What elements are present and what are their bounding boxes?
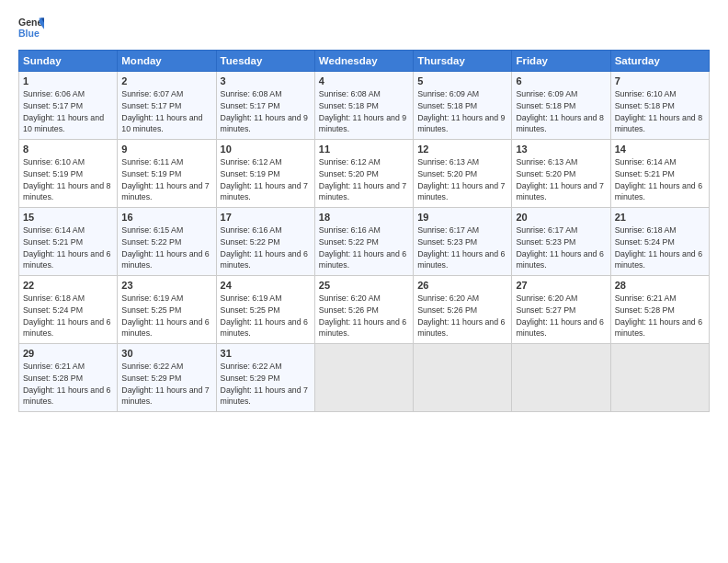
day-number: 28 [615, 280, 705, 291]
page: General Blue SundayMondayTuesdayWednesda… [0, 0, 728, 563]
weekday-header: Monday [118, 51, 216, 72]
day-info: Sunrise: 6:12 AMSunset: 5:20 PMDaylight:… [319, 156, 409, 203]
calendar-body: 1Sunrise: 6:06 AMSunset: 5:17 PMDaylight… [19, 72, 710, 412]
calendar-cell: 16Sunrise: 6:15 AMSunset: 5:22 PMDayligh… [118, 208, 216, 276]
day-info: Sunrise: 6:16 AMSunset: 5:22 PMDaylight:… [221, 224, 311, 271]
calendar-cell: 31Sunrise: 6:22 AMSunset: 5:29 PMDayligh… [216, 344, 314, 412]
calendar-cell: 13Sunrise: 6:13 AMSunset: 5:20 PMDayligh… [512, 140, 610, 208]
day-number: 20 [516, 212, 606, 223]
calendar-week-row: 29Sunrise: 6:21 AMSunset: 5:28 PMDayligh… [19, 344, 710, 412]
calendar-cell [610, 344, 709, 412]
weekday-header: Thursday [414, 51, 512, 72]
day-info: Sunrise: 6:13 AMSunset: 5:20 PMDaylight:… [516, 156, 606, 203]
logo: General Blue [18, 15, 44, 40]
day-number: 27 [516, 280, 606, 291]
day-number: 12 [417, 144, 507, 155]
calendar-cell: 1Sunrise: 6:06 AMSunset: 5:17 PMDaylight… [19, 72, 118, 140]
day-info: Sunrise: 6:20 AMSunset: 5:26 PMDaylight:… [417, 293, 507, 339]
calendar-cell: 14Sunrise: 6:14 AMSunset: 5:21 PMDayligh… [610, 140, 709, 208]
day-info: Sunrise: 6:12 AMSunset: 5:19 PMDaylight:… [221, 156, 311, 203]
day-info: Sunrise: 6:14 AMSunset: 5:21 PMDaylight:… [23, 224, 113, 271]
calendar-week-row: 8Sunrise: 6:10 AMSunset: 5:19 PMDaylight… [19, 140, 710, 208]
day-info: Sunrise: 6:08 AMSunset: 5:17 PMDaylight:… [221, 88, 311, 135]
day-number: 19 [417, 212, 507, 223]
day-number: 15 [23, 212, 113, 223]
day-info: Sunrise: 6:14 AMSunset: 5:21 PMDaylight:… [615, 156, 705, 203]
logo-icon: General Blue [18, 15, 44, 40]
calendar-cell: 5Sunrise: 6:09 AMSunset: 5:18 PMDaylight… [414, 72, 512, 140]
day-number: 18 [319, 212, 409, 223]
day-info: Sunrise: 6:19 AMSunset: 5:25 PMDaylight:… [221, 293, 311, 339]
calendar-cell: 17Sunrise: 6:16 AMSunset: 5:22 PMDayligh… [216, 208, 314, 276]
calendar-cell: 19Sunrise: 6:17 AMSunset: 5:23 PMDayligh… [414, 208, 512, 276]
day-info: Sunrise: 6:15 AMSunset: 5:22 PMDaylight:… [121, 224, 211, 271]
calendar-cell: 21Sunrise: 6:18 AMSunset: 5:24 PMDayligh… [610, 208, 709, 276]
calendar-week-row: 15Sunrise: 6:14 AMSunset: 5:21 PMDayligh… [19, 208, 710, 276]
calendar-week-row: 1Sunrise: 6:06 AMSunset: 5:17 PMDaylight… [19, 72, 710, 140]
day-number: 11 [319, 144, 409, 155]
day-number: 6 [516, 75, 606, 86]
day-number: 17 [221, 212, 311, 223]
day-number: 2 [121, 75, 211, 86]
calendar-cell: 7Sunrise: 6:10 AMSunset: 5:18 PMDaylight… [610, 72, 709, 140]
weekday-header: Friday [512, 51, 610, 72]
weekday-header: Sunday [19, 51, 118, 72]
calendar-cell: 12Sunrise: 6:13 AMSunset: 5:20 PMDayligh… [414, 140, 512, 208]
svg-text:Blue: Blue [18, 28, 40, 39]
day-info: Sunrise: 6:20 AMSunset: 5:26 PMDaylight:… [319, 293, 409, 339]
calendar-cell: 30Sunrise: 6:22 AMSunset: 5:29 PMDayligh… [118, 344, 216, 412]
day-info: Sunrise: 6:18 AMSunset: 5:24 PMDaylight:… [615, 224, 705, 271]
calendar-cell: 3Sunrise: 6:08 AMSunset: 5:17 PMDaylight… [216, 72, 314, 140]
calendar-cell: 4Sunrise: 6:08 AMSunset: 5:18 PMDaylight… [314, 72, 413, 140]
day-number: 8 [23, 144, 113, 155]
day-number: 5 [417, 75, 507, 86]
day-info: Sunrise: 6:21 AMSunset: 5:28 PMDaylight:… [23, 361, 113, 408]
day-info: Sunrise: 6:09 AMSunset: 5:18 PMDaylight:… [516, 88, 606, 135]
day-number: 24 [221, 280, 311, 291]
day-number: 23 [121, 280, 211, 291]
calendar-week-row: 22Sunrise: 6:18 AMSunset: 5:24 PMDayligh… [19, 276, 710, 344]
calendar-cell: 28Sunrise: 6:21 AMSunset: 5:28 PMDayligh… [610, 276, 709, 344]
weekday-header: Wednesday [314, 51, 413, 72]
day-info: Sunrise: 6:07 AMSunset: 5:17 PMDaylight:… [121, 88, 211, 135]
header: General Blue [18, 15, 710, 40]
calendar-header: SundayMondayTuesdayWednesdayThursdayFrid… [19, 51, 710, 72]
day-number: 10 [221, 144, 311, 155]
calendar-table: SundayMondayTuesdayWednesdayThursdayFrid… [18, 50, 710, 412]
day-number: 1 [23, 75, 113, 86]
day-number: 25 [319, 280, 409, 291]
calendar-cell: 29Sunrise: 6:21 AMSunset: 5:28 PMDayligh… [19, 344, 118, 412]
day-number: 16 [121, 212, 211, 223]
day-info: Sunrise: 6:17 AMSunset: 5:23 PMDaylight:… [516, 224, 606, 271]
day-number: 29 [23, 348, 113, 359]
day-info: Sunrise: 6:17 AMSunset: 5:23 PMDaylight:… [417, 224, 507, 271]
calendar-cell: 18Sunrise: 6:16 AMSunset: 5:22 PMDayligh… [314, 208, 413, 276]
day-number: 14 [615, 144, 705, 155]
day-number: 13 [516, 144, 606, 155]
calendar-cell: 2Sunrise: 6:07 AMSunset: 5:17 PMDaylight… [118, 72, 216, 140]
day-number: 21 [615, 212, 705, 223]
calendar-cell: 20Sunrise: 6:17 AMSunset: 5:23 PMDayligh… [512, 208, 610, 276]
day-info: Sunrise: 6:06 AMSunset: 5:17 PMDaylight:… [23, 88, 113, 135]
weekday-header: Tuesday [216, 51, 314, 72]
calendar-cell [414, 344, 512, 412]
day-number: 30 [121, 348, 211, 359]
calendar-cell: 25Sunrise: 6:20 AMSunset: 5:26 PMDayligh… [314, 276, 413, 344]
calendar-cell: 6Sunrise: 6:09 AMSunset: 5:18 PMDaylight… [512, 72, 610, 140]
day-info: Sunrise: 6:22 AMSunset: 5:29 PMDaylight:… [121, 361, 211, 408]
calendar-cell: 9Sunrise: 6:11 AMSunset: 5:19 PMDaylight… [118, 140, 216, 208]
day-info: Sunrise: 6:10 AMSunset: 5:18 PMDaylight:… [615, 88, 705, 135]
day-number: 26 [417, 280, 507, 291]
weekday-header: Saturday [610, 51, 709, 72]
day-info: Sunrise: 6:18 AMSunset: 5:24 PMDaylight:… [23, 293, 113, 339]
day-number: 31 [221, 348, 311, 359]
calendar-cell: 26Sunrise: 6:20 AMSunset: 5:26 PMDayligh… [414, 276, 512, 344]
calendar-cell: 23Sunrise: 6:19 AMSunset: 5:25 PMDayligh… [118, 276, 216, 344]
day-info: Sunrise: 6:21 AMSunset: 5:28 PMDaylight:… [615, 293, 705, 339]
calendar-cell: 11Sunrise: 6:12 AMSunset: 5:20 PMDayligh… [314, 140, 413, 208]
calendar-cell: 24Sunrise: 6:19 AMSunset: 5:25 PMDayligh… [216, 276, 314, 344]
day-number: 7 [615, 75, 705, 86]
day-info: Sunrise: 6:09 AMSunset: 5:18 PMDaylight:… [417, 88, 507, 135]
calendar-cell: 8Sunrise: 6:10 AMSunset: 5:19 PMDaylight… [19, 140, 118, 208]
day-info: Sunrise: 6:08 AMSunset: 5:18 PMDaylight:… [319, 88, 409, 135]
